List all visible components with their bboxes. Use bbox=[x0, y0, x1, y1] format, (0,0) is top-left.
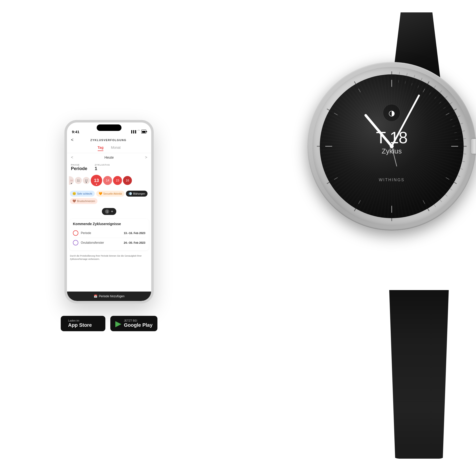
google-play-button[interactable]: ▶ JETZT BEI Google Play bbox=[110, 316, 158, 331]
google-play-icon: ▶ bbox=[115, 319, 121, 328]
tag-brustschmerzen[interactable]: 🤎 Brustschmerzen bbox=[70, 198, 97, 204]
event-name-periode: Periode bbox=[81, 231, 121, 235]
left-section: 9:41 ▐▐▐ ⌒ < ZYKLUSVERF bbox=[32, 120, 186, 331]
app-nav: < ZYKLUSVERFOLGUNG bbox=[67, 135, 151, 144]
temperature-display: T 18 bbox=[376, 129, 408, 146]
store-buttons: Laden im App Store ▶ JETZT BEI Google Pl… bbox=[61, 316, 158, 331]
right-section: ◑ T 18 Zyklus WITHINGS bbox=[223, 12, 476, 459]
date-label: Heute bbox=[104, 155, 114, 159]
prev-date-arrow[interactable]: < bbox=[71, 155, 73, 160]
app-title: ZYKLUSVERFOLGUNG bbox=[74, 139, 143, 142]
add-btn-row: 1 + bbox=[67, 206, 151, 217]
wifi-icon: ⌒ bbox=[137, 129, 140, 134]
bottom-add-button[interactable]: 📅 Periode hinzufügen bbox=[67, 292, 151, 301]
svg-line-33 bbox=[423, 89, 425, 92]
bubble-11[interactable]: 11 bbox=[75, 177, 82, 184]
tag-section: 😐 Sehr schlecht 🧡 Sexuelle Aktivität 💨 B… bbox=[67, 189, 151, 206]
signal-icon: ▐▐▐ bbox=[130, 130, 136, 133]
tab-bar: Tag Monat bbox=[67, 144, 151, 153]
tag-icon-chest: 🤎 bbox=[72, 199, 76, 203]
svg-line-55 bbox=[455, 139, 458, 140]
tag-label-brustschmerzen: Brustschmerzen bbox=[77, 200, 95, 203]
svg-line-48 bbox=[429, 92, 431, 94]
svg-line-53 bbox=[452, 126, 455, 126]
back-arrow[interactable]: < bbox=[71, 137, 74, 143]
status-icons: ▐▐▐ ⌒ bbox=[130, 129, 146, 134]
apple-store-small-text: Laden im bbox=[68, 319, 92, 322]
event-name-ovulation: Ovulationsfenster bbox=[81, 241, 121, 244]
tag-blähungen[interactable]: 💨 Blähungen bbox=[126, 191, 148, 197]
svg-line-50 bbox=[439, 102, 441, 104]
tag-label-sehr-schlecht: Sehr schlecht bbox=[77, 192, 92, 195]
apple-store-button[interactable]: Laden im App Store bbox=[61, 316, 105, 331]
tag-sexuelle[interactable]: 🧡 Sexuelle Aktivität bbox=[96, 191, 125, 197]
next-date-arrow[interactable]: > bbox=[145, 155, 147, 160]
event-date-ovulation: 24.–30. Feb 2023 bbox=[124, 241, 145, 244]
svg-line-45 bbox=[405, 81, 406, 84]
tag-sehr-schlecht[interactable]: 😐 Sehr schlecht bbox=[70, 191, 95, 197]
bubble-14[interactable]: 14 bbox=[103, 176, 112, 185]
plus-icon: + bbox=[111, 209, 113, 214]
cycle-label-display: Zyklus bbox=[382, 147, 402, 155]
main-container: 9:41 ▐▐▐ ⌒ < ZYKLUSVERF bbox=[0, 0, 476, 476]
upcoming-title: Kommende Zyklusereignisse bbox=[73, 222, 145, 226]
tag-icon-mood: 😐 bbox=[72, 192, 76, 195]
svg-line-34 bbox=[446, 113, 449, 115]
cycle-bubbles: 10 11 12 13 bbox=[67, 172, 151, 189]
bubble-16[interactable]: 16 bbox=[123, 176, 132, 185]
svg-line-37 bbox=[423, 200, 425, 204]
phone-mockup: 9:41 ▐▐▐ ⌒ < ZYKLUSVERF bbox=[64, 120, 154, 303]
google-store-large-text: Google Play bbox=[124, 322, 153, 328]
add-periode-icon: 📅 bbox=[94, 295, 97, 298]
event-date-periode: 13.–16. Feb 2023 bbox=[124, 232, 145, 235]
toggle-add-button[interactable]: 1 + bbox=[102, 208, 116, 215]
event-circle-red bbox=[73, 230, 78, 236]
add-periode-label: Periode hinzufügen bbox=[99, 295, 124, 298]
tag-icon-bloat: 💨 bbox=[128, 192, 132, 195]
svg-line-49 bbox=[435, 97, 436, 99]
dynamic-island bbox=[97, 124, 121, 131]
google-store-text: JETZT BEI Google Play bbox=[124, 319, 153, 328]
watch-band-bottom bbox=[389, 290, 449, 459]
watch-outer-ring: ◑ T 18 Zyklus WITHINGS bbox=[307, 62, 476, 231]
watch-crown bbox=[471, 139, 476, 154]
cycle-day-value: 1 bbox=[95, 166, 110, 171]
svg-line-51 bbox=[444, 107, 446, 109]
cycle-day-label: ZYKLUSTAG bbox=[95, 164, 110, 166]
phase-info: PHASE Periode bbox=[71, 164, 87, 171]
watch-case: ◑ T 18 Zyklus WITHINGS bbox=[307, 62, 476, 231]
withings-logo: WITHINGS bbox=[379, 178, 405, 182]
svg-line-42 bbox=[334, 113, 338, 115]
phase-value: Periode bbox=[71, 166, 87, 171]
google-store-small-text: JETZT BEI bbox=[124, 319, 153, 322]
svg-line-36 bbox=[446, 178, 449, 179]
tab-monat[interactable]: Monat bbox=[111, 146, 120, 151]
bubble-13[interactable]: 13 bbox=[91, 175, 102, 186]
tag-label-sexuelle: Sexuelle Aktivität bbox=[103, 192, 122, 195]
battery-icon bbox=[141, 130, 146, 134]
date-nav: < Heute > bbox=[67, 153, 151, 162]
svg-line-43 bbox=[358, 89, 360, 92]
watch-bezel: ◑ T 18 Zyklus WITHINGS bbox=[312, 67, 471, 226]
svg-line-24 bbox=[463, 154, 466, 154]
apple-store-text: Laden im App Store bbox=[68, 319, 92, 328]
tab-tag[interactable]: Tag bbox=[98, 146, 104, 151]
event-circle-purple bbox=[73, 240, 78, 245]
tag-label-blähungen: Blähungen bbox=[133, 192, 145, 195]
svg-line-23 bbox=[463, 138, 466, 139]
svg-line-52 bbox=[450, 119, 452, 120]
toggle-number: 1 bbox=[105, 209, 109, 214]
app-content: < ZYKLUSVERFOLGUNG Tag Monat < Heute > bbox=[67, 135, 151, 301]
event-ovulation: Ovulationsfenster 24.–30. Feb 2023 bbox=[73, 238, 145, 247]
svg-line-54 bbox=[454, 132, 457, 133]
bubble-10-partial: 10 bbox=[69, 176, 74, 185]
upcoming-section: Kommende Zyklusereignisse Periode 13.–16… bbox=[69, 219, 149, 250]
svg-line-47 bbox=[418, 86, 419, 88]
bubble-12[interactable]: 12 bbox=[83, 177, 90, 184]
cycle-day-info: ZYKLUSTAG 1 bbox=[95, 164, 110, 171]
bubble-15[interactable]: 15 bbox=[113, 176, 122, 185]
moon-icon: ◑ bbox=[388, 109, 395, 117]
promo-text: Durch die Protokollierung Ihrer Periode … bbox=[67, 252, 151, 263]
apple-store-large-text: App Store bbox=[68, 322, 92, 328]
svg-line-44 bbox=[398, 80, 399, 83]
